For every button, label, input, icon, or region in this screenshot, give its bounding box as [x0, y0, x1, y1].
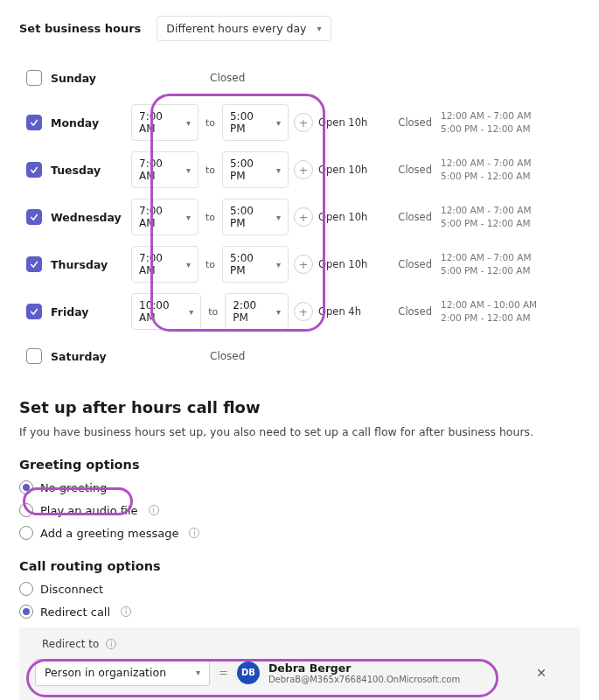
- chevron-down-icon: ▾: [317, 24, 322, 33]
- day-enable-checkbox[interactable]: [26, 162, 42, 178]
- business-hours-label: Set business hours: [19, 22, 141, 35]
- day-name: Thursday: [51, 258, 131, 271]
- greeting-audio-file[interactable]: Play an audio file i: [19, 503, 580, 517]
- day-enable-checkbox[interactable]: [26, 209, 42, 225]
- open-duration: Open 10h: [318, 164, 388, 176]
- greeting-audio-file-label: Play an audio file: [40, 504, 138, 517]
- closed-spans: 12:00 AM - 10:00 AM2:00 PM - 12:00 AM: [432, 298, 546, 324]
- day-name: Friday: [51, 305, 131, 318]
- greeting-message-label: Add a greeting message: [40, 527, 178, 540]
- end-time-select[interactable]: 5:00 PM▾: [222, 151, 289, 188]
- routing-redirect-label: Redirect call: [40, 606, 110, 619]
- closed-label: Closed: [388, 305, 432, 318]
- day-row-monday: Monday7:00 AM▾to5:00 PM▾+Open 10hClosed1…: [19, 99, 580, 146]
- end-time-select[interactable]: 5:00 PM▾: [222, 104, 289, 141]
- closed-spans: 12:00 AM - 7:00 AM5:00 PM - 12:00 AM: [432, 204, 546, 229]
- add-hours-button[interactable]: +: [294, 113, 313, 132]
- open-duration: Open 10h: [318, 258, 388, 270]
- open-duration: Open 10h: [318, 116, 388, 129]
- greeting-no-greeting[interactable]: No greeting: [19, 480, 580, 494]
- greeting-message[interactable]: Add a greeting message i: [19, 526, 580, 540]
- closed-label: Closed: [210, 72, 245, 84]
- day-name: Tuesday: [51, 164, 131, 177]
- closed-spans: 12:00 AM - 7:00 AM5:00 PM - 12:00 AM: [432, 109, 546, 135]
- business-hours-mode-select[interactable]: Different hours every day ▾: [157, 16, 331, 41]
- day-row-tuesday: Tuesday7:00 AM▾to5:00 PM▾+Open 10hClosed…: [19, 146, 580, 193]
- day-row-saturday: SaturdayClosed: [19, 335, 580, 377]
- start-time-select[interactable]: 7:00 AM▾: [131, 246, 199, 283]
- closed-spans: 12:00 AM - 7:00 AM5:00 PM - 12:00 AM: [432, 157, 546, 182]
- closed-label: Closed: [388, 258, 432, 270]
- open-duration: Open 4h: [318, 305, 388, 318]
- day-enable-checkbox[interactable]: [26, 70, 42, 86]
- to-label: to: [205, 259, 215, 270]
- closed-spans: 12:00 AM - 7:00 AM5:00 PM - 12:00 AM: [432, 251, 546, 276]
- day-enable-checkbox[interactable]: [26, 256, 42, 272]
- clear-person-button[interactable]: ✕: [536, 666, 564, 680]
- start-time-select[interactable]: 7:00 AM▾: [131, 199, 199, 235]
- redirect-to-label: Redirect to: [42, 638, 99, 650]
- open-duration: Open 10h: [318, 211, 388, 223]
- routing-disconnect-label: Disconnect: [40, 583, 103, 596]
- radio-icon: [19, 605, 33, 619]
- routing-redirect[interactable]: Redirect call i: [19, 605, 580, 619]
- avatar: DB: [237, 662, 260, 684]
- to-label: to: [205, 164, 215, 176]
- add-hours-button[interactable]: +: [294, 255, 313, 274]
- closed-label: Closed: [388, 211, 432, 223]
- start-time-select[interactable]: 10:00 AM▾: [131, 293, 201, 330]
- closed-label: Closed: [388, 116, 432, 129]
- day-enable-checkbox[interactable]: [26, 304, 42, 319]
- greeting-no-greeting-label: No greeting: [40, 481, 107, 494]
- info-icon[interactable]: i: [149, 505, 159, 515]
- person-name: Debra Berger: [268, 662, 460, 675]
- day-name: Wednesday: [51, 211, 131, 224]
- info-icon[interactable]: i: [121, 606, 131, 617]
- add-hours-button[interactable]: +: [294, 160, 313, 179]
- closed-label: Closed: [388, 164, 432, 176]
- business-hours-mode-value: Different hours every day: [166, 22, 306, 35]
- day-name: Sunday: [51, 72, 131, 85]
- day-row-sunday: SundayClosed: [19, 57, 580, 99]
- day-row-wednesday: Wednesday7:00 AM▾to5:00 PM▾+Open 10hClos…: [19, 193, 580, 241]
- after-hours-heading: Set up after hours call flow: [19, 398, 580, 416]
- routing-heading: Call routing options: [19, 559, 580, 573]
- to-label: to: [205, 117, 215, 129]
- closed-label: Closed: [210, 350, 245, 362]
- day-name: Monday: [51, 116, 131, 130]
- end-time-select[interactable]: 5:00 PM▾: [222, 246, 289, 283]
- start-time-select[interactable]: 7:00 AM▾: [131, 151, 199, 188]
- info-icon[interactable]: i: [106, 639, 116, 649]
- end-time-select[interactable]: 5:00 PM▾: [222, 199, 289, 235]
- after-hours-description: If you have business hours set up, you a…: [19, 425, 580, 438]
- add-hours-button[interactable]: +: [294, 302, 313, 321]
- start-time-select[interactable]: 7:00 AM▾: [131, 104, 199, 141]
- info-icon[interactable]: i: [189, 528, 199, 538]
- add-hours-button[interactable]: +: [294, 207, 313, 227]
- routing-disconnect[interactable]: Disconnect: [19, 582, 580, 596]
- to-label: to: [208, 306, 218, 318]
- greeting-heading: Greeting options: [19, 458, 580, 472]
- radio-icon: [19, 480, 33, 494]
- chevron-down-icon: ▾: [196, 668, 200, 677]
- person-email: DebraB@M365x76684100.OnMicrosoft.com: [268, 675, 460, 684]
- equals-icon: =: [219, 666, 228, 679]
- redirect-target-type-value: Person in organization: [45, 666, 166, 679]
- radio-icon: [19, 503, 33, 517]
- radio-icon: [19, 526, 33, 540]
- radio-icon: [19, 582, 33, 596]
- day-enable-checkbox[interactable]: [26, 115, 42, 130]
- redirect-target-type-select[interactable]: Person in organization ▾: [35, 659, 210, 686]
- day-row-thursday: Thursday7:00 AM▾to5:00 PM▾+Open 10hClose…: [19, 241, 580, 288]
- day-name: Saturday: [51, 350, 131, 363]
- day-row-friday: Friday10:00 AM▾to2:00 PM▾+Open 4hClosed1…: [19, 288, 580, 335]
- end-time-select[interactable]: 2:00 PM▾: [225, 293, 289, 330]
- day-enable-checkbox[interactable]: [26, 348, 42, 364]
- to-label: to: [205, 212, 215, 223]
